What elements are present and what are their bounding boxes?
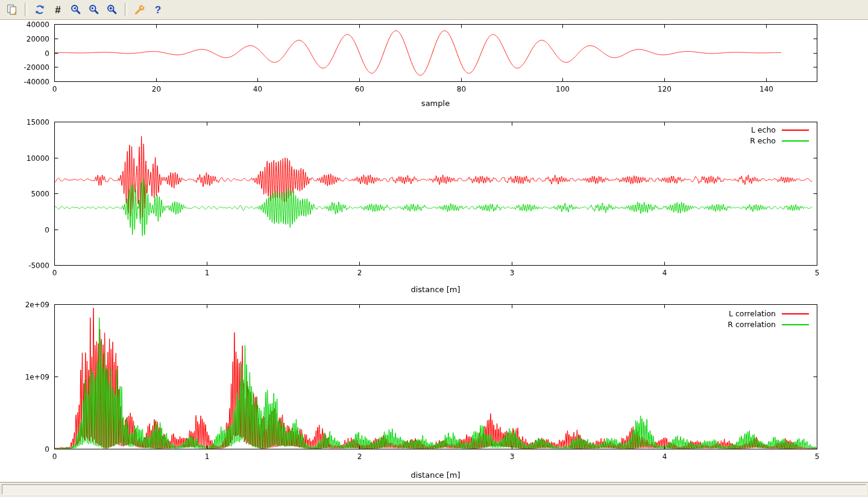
status-text — [2, 484, 866, 495]
gnuplot-window: # — [0, 0, 868, 497]
zoom-reset-button[interactable] — [104, 2, 121, 17]
toolbar-separator — [25, 3, 27, 16]
status-bar — [0, 482, 868, 497]
wrench-icon — [134, 4, 146, 16]
legend-label: R echo — [750, 136, 776, 145]
plot-area: sample L echo R echo distance [m] L corr — [0, 20, 868, 482]
zoom-next-button[interactable] — [86, 2, 102, 17]
grid-toggle-button[interactable]: # — [49, 2, 66, 17]
zoom-next-icon — [88, 4, 100, 16]
legend-line-sample — [782, 324, 809, 325]
echo-plot-canvas[interactable] — [0, 111, 868, 297]
legend-line-sample — [782, 140, 809, 142]
pulse-plot: sample — [0, 20, 868, 111]
toolbar: # — [0, 0, 868, 20]
legend-label: L correlation — [729, 309, 776, 318]
config-button[interactable] — [131, 2, 148, 17]
replot-button[interactable] — [31, 2, 48, 17]
legend-label: L echo — [751, 125, 776, 134]
copy-icon — [6, 4, 18, 16]
copy-button[interactable] — [4, 2, 20, 17]
correlation-legend: L correlation R correlation — [728, 309, 809, 329]
legend-row: L correlation — [728, 309, 809, 318]
zoom-previous-button[interactable] — [68, 2, 84, 17]
legend-row: R correlation — [728, 320, 809, 329]
grid-icon: # — [55, 5, 60, 15]
replot-icon — [34, 4, 46, 16]
zoom-reset-icon — [106, 4, 118, 16]
zoom-previous-icon — [70, 4, 82, 16]
echo-legend: L echo R echo — [750, 125, 809, 145]
correlation-plot: L correlation R correlation distance [m] — [0, 297, 868, 482]
toolbar-separator — [125, 3, 127, 16]
legend-line-sample — [782, 313, 809, 314]
legend-label: R correlation — [728, 320, 776, 329]
legend-row: R echo — [750, 136, 809, 145]
help-button[interactable]: ? — [149, 2, 166, 17]
pulse-plot-canvas[interactable] — [0, 20, 868, 111]
legend-line-sample — [782, 130, 809, 131]
pulse-xlabel: sample — [54, 99, 817, 108]
help-icon: ? — [155, 5, 161, 15]
echo-xlabel: distance [m] — [54, 285, 817, 294]
correlation-xlabel: distance [m] — [54, 470, 817, 480]
legend-row: L echo — [750, 125, 809, 134]
echo-plot: L echo R echo distance [m] — [0, 111, 868, 297]
